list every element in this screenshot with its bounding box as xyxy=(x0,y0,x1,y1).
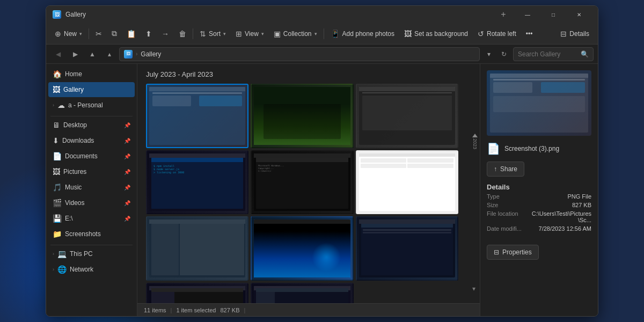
photo-thumb-1[interactable] xyxy=(146,84,248,148)
details-section-title: Details xyxy=(487,183,591,191)
sidebar-item-network[interactable]: › 🌐 Network xyxy=(48,262,135,277)
network-icon: 🌐 xyxy=(57,265,67,274)
delete-icon: 🗑 xyxy=(179,30,186,38)
size-label: Size xyxy=(487,202,498,208)
sidebar-item-desktop[interactable]: 🖥 Desktop 📌 xyxy=(48,118,135,133)
music-icon: 🎵 xyxy=(53,183,62,192)
sort-icon: ⇅ xyxy=(200,30,206,38)
detail-filename-text: Screenshot (3).png xyxy=(504,145,559,152)
collection-icon: ▣ xyxy=(274,30,281,38)
share-icon-detail: ↑ xyxy=(494,165,497,173)
phone-icon: 📱 xyxy=(331,30,340,38)
pictures-icon: 🖼 xyxy=(53,167,60,176)
sidebar-label-network: Network xyxy=(70,266,93,273)
home-icon: 🏠 xyxy=(53,70,62,78)
scroll-down-indicator: ▾ xyxy=(472,285,475,292)
properties-icon: ⊟ xyxy=(494,248,499,256)
sidebar-label-home: Home xyxy=(65,70,82,78)
delete-button[interactable]: 🗑 xyxy=(174,25,191,42)
sidebar-item-videos[interactable]: 🎬 Videos 📌 xyxy=(48,195,135,210)
close-button[interactable]: ✕ xyxy=(567,6,591,23)
add-phone-button[interactable]: 📱 Add phone photos xyxy=(326,25,399,42)
photo-thumb-5[interactable]: Microsoft Windows...Copyright...C:\Users… xyxy=(251,150,353,215)
selected-info: 1 item selected xyxy=(176,307,216,313)
details-panel: 📄 Screenshot (3).png ↑ Share Details Typ… xyxy=(480,64,598,316)
move-to-button[interactable]: → xyxy=(157,25,173,42)
sidebar-item-documents[interactable]: 📄 Documents 📌 xyxy=(48,149,135,164)
paste-button[interactable]: 📋 xyxy=(122,25,140,42)
pin-icon-e: 📌 xyxy=(124,216,130,222)
search-input[interactable] xyxy=(518,50,577,58)
rotate-left-button[interactable]: ↺ Rotate left xyxy=(473,25,521,42)
refresh-button[interactable]: ↻ xyxy=(497,47,511,61)
photo-thumb-4[interactable]: $ npm install$ node server.js> listening… xyxy=(146,150,248,215)
gallery-icon: 🖼 xyxy=(53,85,60,94)
new-chevron-icon: ▾ xyxy=(79,31,82,36)
toolbar-separator-2 xyxy=(193,28,193,39)
sidebar-item-gallery[interactable]: 🖼 Gallery xyxy=(48,82,135,97)
sidebar-item-pictures[interactable]: 🖼 Pictures 📌 xyxy=(48,164,135,179)
sidebar-item-downloads[interactable]: ⬇ Downloads 📌 xyxy=(48,133,135,148)
share-button[interactable]: ↑ Share xyxy=(487,162,524,177)
file-location-label: File location xyxy=(487,210,518,223)
share-toolbar-button[interactable]: ⬆ xyxy=(141,25,156,42)
window-controls: — □ ✕ xyxy=(515,6,591,23)
properties-button[interactable]: ⊟ Properties xyxy=(487,245,539,260)
detail-filename: 📄 Screenshot (3).png xyxy=(487,142,591,155)
sidebar-item-e-drive[interactable]: 💾 E:\ 📌 xyxy=(48,211,135,226)
sidebar-item-home[interactable]: 🏠 Home xyxy=(48,67,135,82)
photo-grid: $ npm install$ node server.js> listening… xyxy=(146,84,471,303)
photo-thumb-9[interactable] xyxy=(356,216,458,281)
section-header: July 2023 - April 2023 xyxy=(146,70,471,78)
title-bar: 🖼 Gallery + — □ ✕ xyxy=(46,6,598,23)
gallery-area: July 2023 - April 2023 xyxy=(137,64,480,316)
sidebar-divider-2 xyxy=(50,245,133,245)
details-button[interactable]: ⊟ Details xyxy=(556,25,594,42)
gallery-scroll[interactable]: July 2023 - April 2023 xyxy=(137,64,480,303)
photo-thumb-10[interactable] xyxy=(146,283,248,303)
sidebar-item-thispc[interactable]: › 💻 This PC xyxy=(48,246,135,261)
new-button[interactable]: ⊕ New ▾ xyxy=(50,25,86,42)
up-button[interactable]: ▲ xyxy=(85,47,100,62)
minimize-button[interactable]: — xyxy=(515,6,540,23)
detail-row-date: Date modifi... 7/28/2023 12:56 AM xyxy=(487,225,591,232)
pin-icon: 📌 xyxy=(124,122,130,128)
cut-button[interactable]: ✂ xyxy=(91,25,106,42)
details-section: Details Type PNG File Size 827 KB File l… xyxy=(487,183,591,234)
photo-thumb-2[interactable] xyxy=(251,84,353,148)
new-icon: ⊕ xyxy=(55,30,61,38)
address-bar[interactable]: 🖼 › Gallery xyxy=(119,47,480,61)
photo-thumb-8[interactable] xyxy=(251,216,353,281)
desktop-icon: 🖥 xyxy=(53,121,60,129)
cut-icon: ✂ xyxy=(96,30,102,38)
photo-thumb-11[interactable] xyxy=(251,283,353,303)
year-marker-triangle xyxy=(472,134,478,137)
collection-chevron-icon: ▾ xyxy=(314,31,317,36)
view-icon: ⊞ xyxy=(236,30,242,38)
new-tab-button[interactable]: + xyxy=(496,7,511,22)
wallpaper-icon: 🖼 xyxy=(404,30,412,38)
date-modified-label: Date modifi... xyxy=(487,225,522,232)
file-size-status: 827 KB xyxy=(220,307,239,313)
more-options-button[interactable]: ••• xyxy=(522,25,537,42)
pin-icon-doc: 📌 xyxy=(124,153,130,159)
detail-preview-inner xyxy=(487,70,591,136)
search-box[interactable]: 🔍 xyxy=(513,47,594,61)
set-background-button[interactable]: 🖼 Set as background xyxy=(400,25,472,42)
address-dropdown-button[interactable]: ▾ xyxy=(482,47,496,61)
parent-button[interactable]: ▴ xyxy=(102,47,117,62)
forward-button[interactable]: ▶ xyxy=(68,47,83,62)
sidebar-item-screenshots[interactable]: 📁 Screenshots xyxy=(48,226,135,241)
back-button[interactable]: ◀ xyxy=(50,47,65,62)
photo-thumb-3[interactable] xyxy=(356,84,458,148)
maximize-button[interactable]: □ xyxy=(541,6,566,23)
photo-thumb-7[interactable] xyxy=(146,216,248,281)
photo-thumb-6[interactable] xyxy=(356,150,458,215)
sort-button[interactable]: ⇅ Sort ▾ xyxy=(195,25,230,42)
view-button[interactable]: ⊞ View ▾ xyxy=(231,25,268,42)
copy-button[interactable]: ⧉ xyxy=(107,25,121,42)
details-panel-icon: ⊟ xyxy=(560,30,567,38)
sidebar-item-music[interactable]: 🎵 Music 📌 xyxy=(48,180,135,195)
sidebar-item-personal[interactable]: › ☁ a - Personal xyxy=(48,98,135,113)
collection-button[interactable]: ▣ Collection ▾ xyxy=(269,25,321,42)
